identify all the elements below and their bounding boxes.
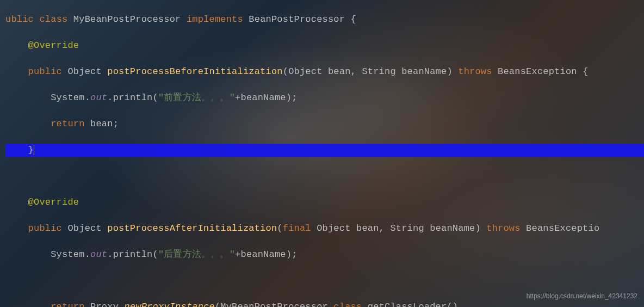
code-line: ublic class MyBeanPostProcessor implemen… <box>5 13 644 26</box>
operator: + <box>235 249 240 260</box>
variable: beanName <box>241 249 286 260</box>
code-line <box>5 170 644 183</box>
field-ref: out <box>90 249 107 260</box>
string-literal: "后置方法。。。" <box>158 249 235 260</box>
brace: } <box>28 145 34 155</box>
class-ref: MyBeanPostProcessor <box>220 302 328 307</box>
keyword: return <box>51 119 84 129</box>
keyword: implements <box>187 14 243 24</box>
keyword: class <box>39 14 67 24</box>
field-ref: out <box>90 93 107 103</box>
method-name: postProcessBeforeInitialization <box>107 66 282 77</box>
param-name: bean <box>328 66 351 77</box>
code-line: System.out.println("后置方法。。。"+beanName); <box>5 248 644 261</box>
code-line: @Override <box>5 196 644 209</box>
code-line: System.out.println("前置方法。。。"+beanName); <box>5 91 644 105</box>
code-line: return bean; <box>5 118 644 131</box>
method-name: postProcessAfterInitialization <box>107 223 277 234</box>
class-ref: Proxy <box>90 302 119 307</box>
cursor <box>34 145 34 155</box>
param-type: Object <box>317 223 350 234</box>
keyword: class <box>333 302 362 307</box>
string-literal: "前置方法。。。" <box>158 93 235 103</box>
class-ref: System <box>51 93 84 103</box>
keyword: return <box>51 302 84 307</box>
class-ref: System <box>51 249 84 260</box>
keyword: final <box>283 223 311 234</box>
class-name: MyBeanPostProcessor <box>73 14 181 24</box>
method-call: println <box>113 249 153 260</box>
brace: { <box>583 66 588 77</box>
keyword: public <box>28 66 62 77</box>
return-type: Object <box>67 66 101 77</box>
return-type: Object <box>67 223 101 234</box>
code-line-highlighted: } <box>5 144 644 157</box>
keyword: ublic <box>5 14 34 24</box>
code-line: public Object postProcessAfterInitializa… <box>5 222 644 235</box>
variable: bean <box>90 119 113 129</box>
code-line: @Override <box>5 39 644 52</box>
param-name: beanName <box>401 66 447 77</box>
variable: beanName <box>241 93 286 103</box>
annotation: @Override <box>28 197 79 207</box>
watermark: https://blog.csdn.net/weixin_42341232 <box>527 290 637 303</box>
exception-type: BeansExceptio <box>526 223 599 234</box>
param-name: beanName <box>430 223 475 234</box>
exception-type: BeansException <box>498 66 577 77</box>
code-editor[interactable]: ublic class MyBeanPostProcessor implemen… <box>0 0 644 307</box>
method-call: println <box>113 93 153 103</box>
annotation: @Override <box>28 40 79 51</box>
code-line <box>5 274 644 287</box>
operator: + <box>235 93 240 103</box>
param-type: String <box>390 223 424 234</box>
interface-name: BeanPostProcessor <box>249 14 345 24</box>
method-call: getClassLoader <box>368 302 447 307</box>
keyword: public <box>28 223 62 234</box>
param-type: String <box>362 66 395 77</box>
brace: { <box>351 14 356 24</box>
code-line: public Object postProcessBeforeInitializ… <box>5 65 644 78</box>
static-method: newProxyInstance <box>124 302 214 307</box>
param-type: Object <box>288 66 322 77</box>
keyword: throws <box>486 223 520 234</box>
param-name: bean <box>356 223 379 234</box>
keyword: throws <box>458 66 492 77</box>
